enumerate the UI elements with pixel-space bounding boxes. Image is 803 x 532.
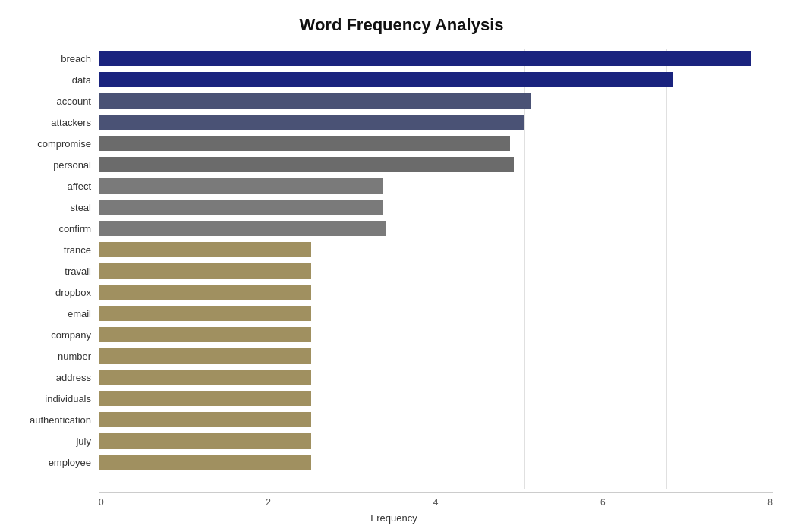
chart-container: Word Frequency Analysis breachdataaccoun… (0, 0, 803, 532)
x-tick-label: 6 (600, 497, 606, 508)
bar-fill (99, 391, 311, 406)
bar-row: compromise (99, 134, 773, 153)
x-axis-title: Frequency (15, 512, 773, 524)
bar-row: travail (99, 261, 773, 281)
bar-label: data (15, 74, 99, 86)
bar-track (99, 221, 773, 236)
bar-label: address (15, 372, 99, 383)
bar-fill (99, 306, 311, 321)
bar-row: employee (99, 452, 773, 472)
bar-label: account (15, 96, 99, 107)
bar-row: confirm (99, 219, 773, 238)
bar-label: email (15, 308, 99, 320)
chart-area: breachdataaccountattackerscompromisepers… (99, 49, 773, 489)
bar-track (99, 370, 773, 385)
bar-label: number (15, 351, 99, 362)
x-tick-label: 2 (266, 497, 271, 508)
bar-label: authentication (15, 414, 99, 426)
bar-track (99, 455, 773, 470)
bar-fill (99, 263, 311, 279)
bar-fill (99, 72, 673, 87)
bar-fill (99, 455, 311, 470)
bar-track (99, 306, 773, 321)
bar-fill (99, 93, 531, 109)
bar-track (99, 412, 773, 427)
chart-title: Word Frequency Analysis (30, 15, 773, 35)
bar-row: breach (99, 49, 773, 68)
bar-label: compromise (15, 138, 99, 150)
bar-label: july (15, 436, 99, 447)
bar-row: france (99, 240, 773, 260)
bar-row: account (99, 91, 773, 111)
bar-fill (99, 51, 751, 66)
bottom-section: 02468 Frequency (99, 492, 773, 524)
bar-label: employee (15, 457, 99, 468)
bar-fill (99, 242, 311, 257)
bar-row: company (99, 325, 773, 345)
bar-track (99, 348, 773, 364)
bar-fill (99, 157, 514, 172)
bar-row: data (99, 70, 773, 90)
x-tick-label: 0 (99, 497, 104, 508)
bar-track (99, 242, 773, 257)
bar-row: affect (99, 176, 773, 196)
bar-label: dropbox (15, 287, 99, 298)
bar-fill (99, 370, 311, 385)
bar-row: individuals (99, 389, 773, 408)
bars-wrapper: breachdataaccountattackerscompromisepers… (99, 49, 773, 489)
bar-row: authentication (99, 410, 773, 430)
x-tick-label: 4 (433, 497, 439, 508)
bar-label: confirm (15, 223, 99, 235)
bar-row: number (99, 346, 773, 366)
bar-row: personal (99, 155, 773, 175)
bar-row: attackers (99, 112, 773, 132)
bar-fill (99, 412, 311, 427)
bar-label: individuals (15, 393, 99, 405)
bar-label: personal (15, 159, 99, 171)
bar-track (99, 433, 773, 449)
bar-track (99, 51, 773, 66)
bar-track (99, 327, 773, 342)
bar-track (99, 157, 773, 172)
bar-track (99, 391, 773, 406)
bar-label: affect (15, 181, 99, 192)
bar-fill (99, 433, 311, 449)
bar-label: company (15, 329, 99, 341)
bar-row: email (99, 304, 773, 323)
bar-track (99, 93, 773, 109)
bar-track (99, 285, 773, 300)
bar-row: dropbox (99, 282, 773, 302)
bar-fill (99, 327, 311, 342)
bar-label: travail (15, 266, 99, 277)
bar-fill (99, 285, 311, 300)
bar-fill (99, 221, 386, 236)
bar-fill (99, 200, 383, 215)
bar-fill (99, 136, 510, 151)
bar-track (99, 115, 773, 130)
bar-row: july (99, 431, 773, 451)
bar-row: steal (99, 197, 773, 217)
bar-fill (99, 178, 383, 194)
x-axis-labels: 02468 (99, 497, 773, 508)
bar-track (99, 72, 773, 87)
bar-row: address (99, 367, 773, 387)
bar-fill (99, 348, 311, 364)
x-axis: 02468 (99, 492, 773, 508)
bar-track (99, 178, 773, 194)
bar-label: breach (15, 53, 99, 65)
bar-track (99, 263, 773, 279)
bar-track (99, 200, 773, 215)
bar-label: steal (15, 202, 99, 213)
bar-fill (99, 115, 524, 130)
bar-label: attackers (15, 117, 99, 128)
bar-label: france (15, 244, 99, 256)
bar-track (99, 136, 773, 151)
x-tick-label: 8 (767, 497, 773, 508)
